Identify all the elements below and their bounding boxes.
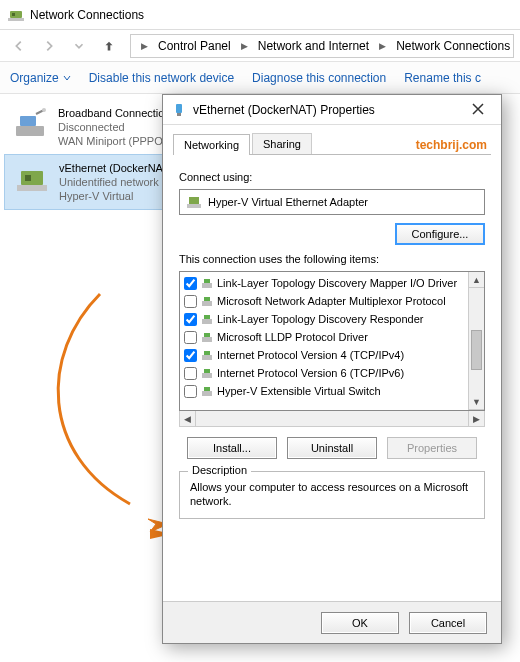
svg-rect-9 (20, 116, 36, 126)
breadcrumb-item[interactable]: Network and Internet (254, 37, 373, 55)
navigation-bar: ▶ Control Panel ▶ Network and Internet ▶… (0, 30, 520, 62)
protocol-item[interactable]: Link-Layer Topology Discovery Responder (182, 310, 466, 328)
modem-icon (14, 106, 50, 142)
scroll-left-icon[interactable]: ◀ (180, 411, 196, 426)
protocol-label: Link-Layer Topology Discovery Responder (217, 313, 423, 325)
breadcrumb-item[interactable]: Control Panel (154, 37, 235, 55)
svg-rect-20 (176, 104, 182, 113)
svg-rect-16 (25, 175, 31, 181)
protocol-item[interactable]: Internet Protocol Version 6 (TCP/IPv6) (182, 364, 466, 382)
properties-button: Properties (387, 437, 477, 459)
scroll-down-icon[interactable]: ▼ (469, 394, 484, 410)
protocol-checkbox[interactable] (184, 295, 197, 308)
protocol-label: Microsoft LLDP Protocol Driver (217, 331, 368, 343)
svg-rect-27 (204, 297, 210, 301)
up-button[interactable] (96, 34, 122, 58)
disable-device-cmd[interactable]: Disable this network device (89, 71, 234, 85)
address-breadcrumb[interactable]: ▶ Control Panel ▶ Network and Internet ▶… (130, 34, 514, 58)
recent-locations-button[interactable] (66, 34, 92, 58)
forward-button[interactable] (36, 34, 62, 58)
protocol-icon (201, 367, 213, 379)
svg-rect-23 (189, 197, 199, 204)
organize-label: Organize (10, 71, 59, 85)
description-label: Description (188, 464, 251, 476)
protocol-checkbox[interactable] (184, 367, 197, 380)
chevron-right-icon: ▶ (377, 41, 388, 51)
scroll-track[interactable] (469, 288, 484, 394)
close-icon (472, 103, 484, 115)
svg-rect-31 (204, 333, 210, 337)
scroll-up-icon[interactable]: ▲ (469, 272, 484, 288)
ethernet-icon (171, 102, 187, 118)
protocol-checkbox[interactable] (184, 313, 197, 326)
scroll-thumb[interactable] (471, 330, 482, 370)
svg-rect-14 (17, 185, 47, 191)
svg-rect-28 (202, 319, 212, 324)
svg-rect-30 (202, 337, 212, 342)
scroll-right-icon[interactable]: ▶ (468, 411, 484, 426)
svg-rect-34 (202, 373, 212, 378)
uninstall-button[interactable]: Uninstall (287, 437, 377, 459)
protocol-checkbox[interactable] (184, 331, 197, 344)
diagnose-connection-cmd[interactable]: Diagnose this connection (252, 71, 386, 85)
vertical-scrollbar[interactable]: ▲ ▼ (468, 272, 484, 410)
protocol-item[interactable]: Hyper-V Extensible Virtual Switch (182, 382, 466, 400)
dialog-footer: OK Cancel (163, 601, 501, 643)
rename-connection-cmd[interactable]: Rename this c (404, 71, 481, 85)
scroll-track[interactable] (196, 411, 468, 426)
protocol-icon (201, 349, 213, 361)
connection-name: vEthernet (DockerNAT) (59, 161, 173, 175)
adapter-field[interactable]: Hyper-V Virtual Ethernet Adapter (179, 189, 485, 215)
svg-point-10 (42, 108, 46, 112)
connection-status: Disconnected (58, 120, 174, 134)
description-group: Description Allows your computer to acce… (179, 471, 485, 519)
items-label: This connection uses the following items… (179, 253, 485, 265)
window-titlebar: Network Connections (0, 0, 520, 30)
tab-strip: Networking Sharing techbrij.com (173, 133, 491, 155)
back-button[interactable] (6, 34, 32, 58)
protocol-item[interactable]: Internet Protocol Version 4 (TCP/IPv4) (182, 346, 466, 364)
chevron-down-icon (63, 74, 71, 82)
protocol-label: Internet Protocol Version 6 (TCP/IPv6) (217, 367, 404, 379)
properties-dialog: vEthernet (DockerNAT) Properties Network… (162, 94, 502, 644)
chevron-right-icon: ▶ (139, 41, 150, 51)
watermark-text: techbrij.com (416, 138, 491, 154)
protocol-item[interactable]: Microsoft Network Adapter Multiplexor Pr… (182, 292, 466, 310)
protocol-label: Hyper-V Extensible Virtual Switch (217, 385, 381, 397)
tab-sharing[interactable]: Sharing (252, 133, 312, 154)
connection-device: Hyper-V Virtual (59, 189, 173, 203)
connect-using-label: Connect using: (179, 171, 485, 183)
svg-rect-24 (202, 283, 212, 288)
breadcrumb-item[interactable]: Network Connections (392, 37, 514, 55)
configure-button[interactable]: Configure... (395, 223, 485, 245)
svg-rect-26 (202, 301, 212, 306)
chevron-right-icon: ▶ (239, 41, 250, 51)
network-adapter-icon (186, 194, 202, 210)
network-adapter-icon (15, 161, 51, 197)
protocol-checkbox[interactable] (184, 349, 197, 362)
protocol-icon (201, 313, 213, 325)
protocol-label: Internet Protocol Version 4 (TCP/IPv4) (217, 349, 404, 361)
protocol-checkbox[interactable] (184, 277, 197, 290)
ok-button[interactable]: OK (321, 612, 399, 634)
svg-rect-22 (187, 204, 201, 208)
cancel-button[interactable]: Cancel (409, 612, 487, 634)
protocol-item[interactable]: Microsoft LLDP Protocol Driver (182, 328, 466, 346)
svg-rect-25 (204, 279, 210, 283)
svg-rect-15 (21, 171, 43, 185)
protocol-checkbox[interactable] (184, 385, 197, 398)
adapter-name: Hyper-V Virtual Ethernet Adapter (208, 196, 368, 208)
description-text: Allows your computer to access resources… (190, 480, 474, 508)
svg-rect-2 (12, 13, 15, 16)
close-button[interactable] (463, 102, 493, 118)
install-button[interactable]: Install... (187, 437, 277, 459)
svg-rect-29 (204, 315, 210, 319)
horizontal-scrollbar[interactable]: ◀ ▶ (179, 411, 485, 427)
command-bar: Organize Disable this network device Dia… (0, 62, 520, 94)
protocol-icon (201, 295, 213, 307)
protocol-item[interactable]: Link-Layer Topology Discovery Mapper I/O… (182, 274, 466, 292)
window-title: Network Connections (30, 8, 144, 22)
tab-networking[interactable]: Networking (173, 134, 250, 155)
dialog-titlebar[interactable]: vEthernet (DockerNAT) Properties (163, 95, 501, 125)
organize-menu[interactable]: Organize (10, 71, 71, 85)
